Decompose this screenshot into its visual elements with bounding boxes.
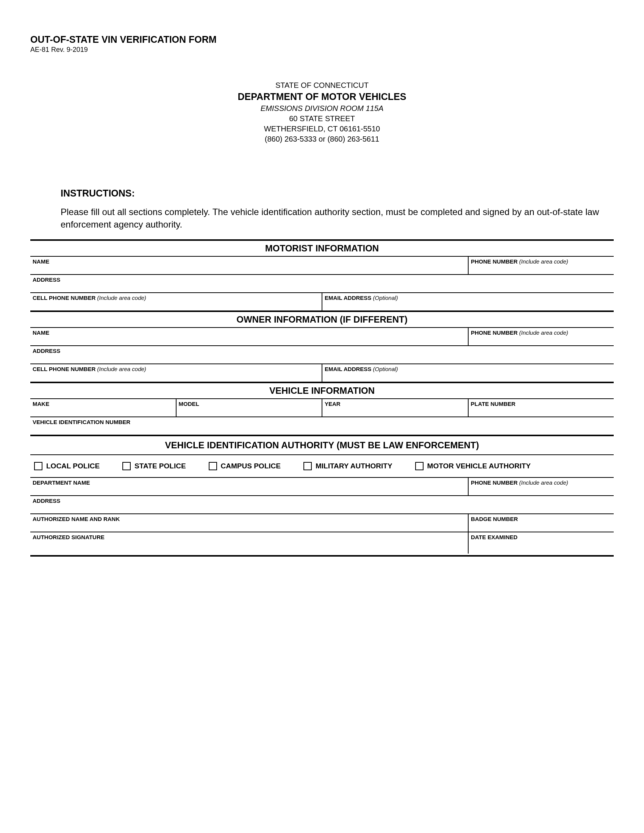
field-cell[interactable]: CELL PHONE NUMBER (Include area code) [30, 293, 322, 310]
field-email[interactable]: EMAIL ADDRESS (Optional) [322, 293, 614, 310]
row-cell-email: CELL PHONE NUMBER (Include area code) EM… [30, 293, 614, 312]
label-phone: PHONE NUMBER (Include area code) [471, 258, 568, 265]
checkbox-motor-vehicle-authority[interactable]: MOTOR VEHICLE AUTHORITY [415, 462, 531, 470]
agency-division: EMISSIONS DIVISION ROOM 115A [30, 103, 614, 114]
field-cell[interactable]: CELL PHONE NUMBER (Include area code) [30, 364, 322, 382]
field-phone[interactable]: PHONE NUMBER (Include area code) [468, 257, 614, 274]
field-phone[interactable]: PHONE NUMBER (Include area code) [468, 478, 614, 495]
label-phone: PHONE NUMBER (Include area code) [471, 479, 568, 486]
checkbox-label: MILITARY AUTHORITY [316, 462, 393, 470]
field-name[interactable]: NAME [30, 257, 468, 274]
row-address: ADDRESS [30, 496, 614, 514]
checkbox-label: LOCAL POLICE [46, 462, 100, 470]
label-badge: BADGE NUMBER [471, 516, 518, 522]
field-email[interactable]: EMAIL ADDRESS (Optional) [322, 364, 614, 382]
label-dept-name: DEPARTMENT NAME [32, 479, 90, 486]
checkbox-box-icon [209, 462, 217, 470]
section-title: OWNER INFORMATION (IF DIFFERENT) [30, 314, 614, 325]
label-email: EMAIL ADDRESS (Optional) [325, 294, 398, 301]
label-name: NAME [32, 258, 49, 265]
agency-block: STATE OF CONNECTICUT DEPARTMENT OF MOTOR… [30, 80, 614, 144]
section-title: VEHICLE IDENTIFICATION AUTHORITY (MUST B… [30, 440, 614, 450]
checkbox-box-icon [122, 462, 131, 470]
label-address: ADDRESS [32, 277, 60, 283]
checkbox-military-authority[interactable]: MILITARY AUTHORITY [303, 462, 393, 470]
row-cell-email: CELL PHONE NUMBER (Include area code) EM… [30, 364, 614, 383]
label-vin: VEHICLE IDENTIFICATION NUMBER [32, 419, 130, 425]
label-cell: CELL PHONE NUMBER (Include area code) [32, 366, 146, 372]
field-address[interactable]: ADDRESS [30, 275, 614, 292]
field-address[interactable]: ADDRESS [30, 496, 614, 513]
label-address: ADDRESS [32, 497, 60, 504]
label-auth-name: AUTHORIZED NAME AND RANK [32, 516, 120, 522]
field-address[interactable]: ADDRESS [30, 346, 614, 363]
label-name: NAME [32, 330, 49, 336]
section-owner: OWNER INFORMATION (IF DIFFERENT) NAME PH… [30, 312, 614, 383]
row-name-phone: NAME PHONE NUMBER (Include area code) [30, 257, 614, 275]
field-date[interactable]: DATE EXAMINED [468, 532, 614, 553]
section-header: OWNER INFORMATION (IF DIFFERENT) [30, 312, 614, 328]
label-signature: AUTHORIZED SIGNATURE [32, 534, 105, 540]
checkbox-box-icon [303, 462, 312, 470]
section-header: VEHICLE INFORMATION [30, 383, 614, 399]
instructions-text: Please fill out all sections completely.… [61, 206, 606, 231]
section-title: MOTORIST INFORMATION [30, 243, 614, 254]
checkbox-label: STATE POLICE [134, 462, 186, 470]
checkbox-local-police[interactable]: LOCAL POLICE [34, 462, 100, 470]
checkbox-box-icon [34, 462, 42, 470]
label-email: EMAIL ADDRESS (Optional) [325, 366, 398, 372]
label-model: MODEL [179, 400, 199, 407]
row-signature-date: AUTHORIZED SIGNATURE DATE EXAMINED [30, 532, 614, 556]
row-name-phone: NAME PHONE NUMBER (Include area code) [30, 328, 614, 346]
field-dept-name[interactable]: DEPARTMENT NAME [30, 478, 468, 495]
checkbox-state-police[interactable]: STATE POLICE [122, 462, 186, 470]
label-plate: PLATE NUMBER [471, 400, 515, 407]
field-vin[interactable]: VEHICLE IDENTIFICATION NUMBER [30, 417, 614, 435]
field-plate[interactable]: PLATE NUMBER [468, 399, 614, 416]
section-vehicle: VEHICLE INFORMATION MAKE MODEL YEAR PLAT… [30, 383, 614, 436]
field-badge[interactable]: BADGE NUMBER [468, 514, 614, 532]
section-header: MOTORIST INFORMATION [30, 239, 614, 257]
section-authority: VEHICLE IDENTIFICATION AUTHORITY (MUST B… [30, 436, 614, 556]
checkbox-label: CAMPUS POLICE [221, 462, 281, 470]
label-date: DATE EXAMINED [471, 534, 517, 540]
agency-city: WETHERSFIELD, CT 06161-5510 [30, 124, 614, 134]
row-dept-phone: DEPARTMENT NAME PHONE NUMBER (Include ar… [30, 478, 614, 496]
row-auth-name-badge: AUTHORIZED NAME AND RANK BADGE NUMBER [30, 514, 614, 532]
form-revision: AE-81 Rev. 9-2019 [30, 46, 614, 54]
field-make[interactable]: MAKE [30, 399, 176, 416]
field-model[interactable]: MODEL [176, 399, 322, 416]
label-year: YEAR [325, 400, 341, 407]
checkbox-box-icon [415, 462, 423, 470]
section-motorist: MOTORIST INFORMATION NAME PHONE NUMBER (… [30, 239, 614, 312]
row-address: ADDRESS [30, 346, 614, 364]
checkbox-campus-police[interactable]: CAMPUS POLICE [209, 462, 281, 470]
agency-dept: DEPARTMENT OF MOTOR VEHICLES [30, 90, 614, 103]
row-make-model-year-plate: MAKE MODEL YEAR PLATE NUMBER [30, 399, 614, 417]
field-phone[interactable]: PHONE NUMBER (Include area code) [468, 328, 614, 345]
form-header: OUT-OF-STATE VIN VERIFICATION FORM AE-81… [30, 34, 614, 54]
instructions-heading: INSTRUCTIONS: [61, 188, 606, 199]
field-year[interactable]: YEAR [322, 399, 468, 416]
instructions-block: INSTRUCTIONS: Please fill out all sectio… [61, 188, 606, 231]
label-address: ADDRESS [32, 347, 60, 354]
checkbox-row: LOCAL POLICE STATE POLICE CAMPUS POLICE … [30, 455, 614, 478]
agency-phones: (860) 263-5333 or (860) 263-5611 [30, 134, 614, 144]
agency-state: STATE OF CONNECTICUT [30, 80, 614, 90]
checkbox-label: MOTOR VEHICLE AUTHORITY [427, 462, 531, 470]
label-cell: CELL PHONE NUMBER (Include area code) [32, 294, 146, 301]
section-title: VEHICLE INFORMATION [30, 386, 614, 396]
row-address: ADDRESS [30, 275, 614, 293]
row-vin: VEHICLE IDENTIFICATION NUMBER [30, 417, 614, 436]
field-name[interactable]: NAME [30, 328, 468, 345]
label-phone: PHONE NUMBER (Include area code) [471, 330, 568, 336]
field-auth-name[interactable]: AUTHORIZED NAME AND RANK [30, 514, 468, 532]
label-make: MAKE [32, 400, 49, 407]
field-signature[interactable]: AUTHORIZED SIGNATURE [30, 532, 468, 553]
form-title: OUT-OF-STATE VIN VERIFICATION FORM [30, 34, 614, 45]
agency-street: 60 STATE STREET [30, 114, 614, 124]
section-header: VEHICLE IDENTIFICATION AUTHORITY (MUST B… [30, 436, 614, 455]
